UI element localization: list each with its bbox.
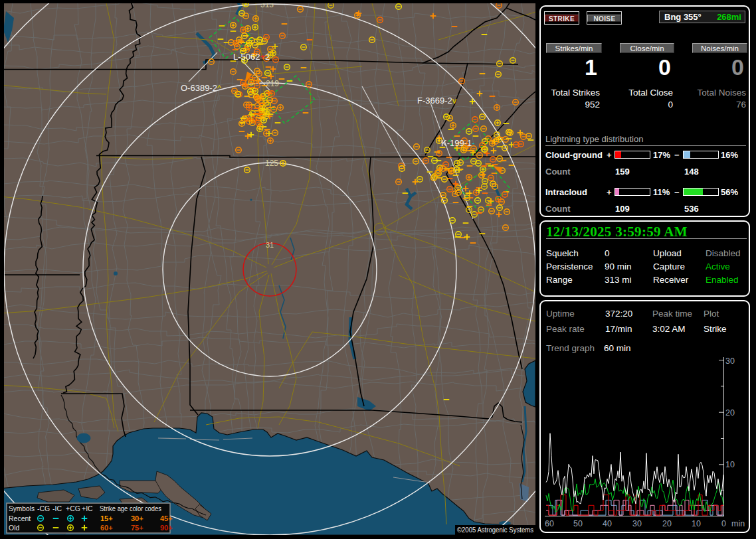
svg-text:50: 50: [573, 519, 583, 528]
svg-text:min: min: [731, 519, 745, 528]
svg-text:30: 30: [632, 519, 642, 528]
svg-text:10: 10: [692, 519, 701, 528]
svg-text:30: 30: [725, 356, 735, 366]
svg-text:20: 20: [662, 519, 672, 528]
svg-text:0: 0: [721, 519, 726, 528]
svg-text:40: 40: [603, 519, 612, 528]
svg-text:60: 60: [545, 519, 554, 528]
svg-text:20: 20: [725, 408, 735, 418]
svg-text:10: 10: [725, 460, 735, 469]
